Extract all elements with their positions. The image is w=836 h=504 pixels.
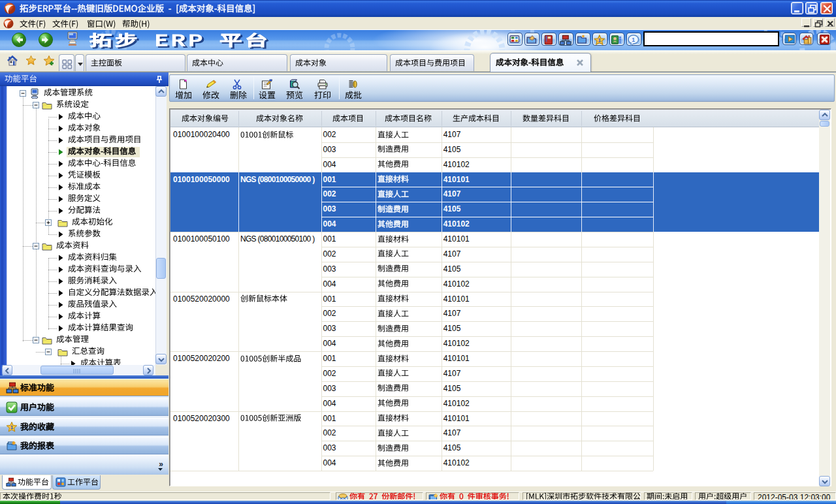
svg-text:1: 1 xyxy=(632,37,635,43)
svg-text:1: 1 xyxy=(10,424,14,430)
svg-text:1: 1 xyxy=(598,37,602,43)
